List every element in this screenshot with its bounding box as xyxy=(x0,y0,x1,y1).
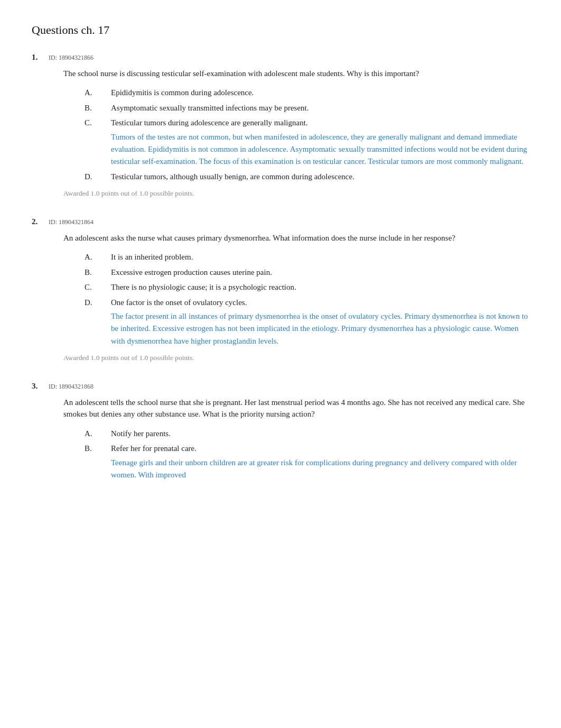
option-row-2-4: D.One factor is the onset of ovulatory c… xyxy=(85,297,529,347)
question-id-3: ID: 18904321868 xyxy=(49,382,94,391)
question-text-3: An adolescent tells the school nurse tha… xyxy=(63,397,529,420)
question-text-2: An adolescent asks the nurse what causes… xyxy=(63,232,529,244)
option-text-wrap-2-3: There is no physiologic cause; it is a p… xyxy=(111,281,296,293)
option-row-1-4: D.Testicular tumors, although usually be… xyxy=(85,171,529,183)
question-id-2: ID: 18904321864 xyxy=(49,217,94,227)
option-letter-1-2: B. xyxy=(85,102,111,114)
option-row-2-3: C.There is no physiologic cause; it is a… xyxy=(85,281,529,293)
option-row-3-2: B.Refer her for prenatal care.Teenage gi… xyxy=(85,443,529,481)
option-letter-1-1: A. xyxy=(85,87,111,99)
option-letter-1-3: C. xyxy=(85,117,111,129)
explanation-text-3-2: Teenage girls and their unborn children … xyxy=(111,457,529,482)
option-text-2-1: It is an inherited problem. xyxy=(111,253,193,261)
option-text-wrap-1-4: Testicular tumors, although usually beni… xyxy=(111,171,354,183)
question-block-1: 1.ID: 18904321866The school nurse is dis… xyxy=(32,51,529,199)
option-text-2-3: There is no physiologic cause; it is a p… xyxy=(111,283,296,291)
options-table-1: A.Epididymitis is common during adolesce… xyxy=(85,87,529,183)
awarded-text-1: Awarded 1.0 points out of 1.0 possible p… xyxy=(63,188,529,199)
option-letter-3-1: A. xyxy=(85,428,111,440)
option-text-wrap-1-1: Epididymitis is common during adolescenc… xyxy=(111,87,254,99)
question-block-3: 3.ID: 18904321868An adolescent tells the… xyxy=(32,380,529,481)
option-letter-2-4: D. xyxy=(85,297,111,309)
option-text-3-2: Refer her for prenatal care. xyxy=(111,444,197,453)
option-letter-2-3: C. xyxy=(85,281,111,293)
explanation-text-2-4: The factor present in all instances of p… xyxy=(111,310,529,347)
option-text-wrap-2-1: It is an inherited problem. xyxy=(111,251,193,263)
option-text-wrap-3-2: Refer her for prenatal care.Teenage girl… xyxy=(111,443,529,481)
question-number-row-3: 3.ID: 18904321868 xyxy=(32,380,529,392)
explanation-text-1-3: Tumors of the testes are not common, but… xyxy=(111,131,529,168)
option-text-1-1: Epididymitis is common during adolescenc… xyxy=(111,88,254,97)
option-text-wrap-2-2: Excessive estrogen production causes ute… xyxy=(111,266,272,279)
option-row-1-1: A.Epididymitis is common during adolesce… xyxy=(85,87,529,99)
option-row-1-2: B.Asymptomatic sexually transmitted infe… xyxy=(85,102,529,114)
option-letter-3-2: B. xyxy=(85,443,111,455)
option-row-2-1: A.It is an inherited problem. xyxy=(85,251,529,263)
option-row-2-2: B.Excessive estrogen production causes u… xyxy=(85,266,529,279)
question-block-2: 2.ID: 18904321864An adolescent asks the … xyxy=(32,216,529,363)
options-table-3: A.Notify her parents.B.Refer her for pre… xyxy=(85,428,529,482)
option-text-3-1: Notify her parents. xyxy=(111,429,171,438)
question-id-1: ID: 18904321866 xyxy=(49,53,94,62)
option-letter-1-4: D. xyxy=(85,171,111,183)
option-text-wrap-3-1: Notify her parents. xyxy=(111,428,171,440)
awarded-text-2: Awarded 1.0 points out of 1.0 possible p… xyxy=(63,353,529,363)
options-table-2: A.It is an inherited problem.B.Excessive… xyxy=(85,251,529,347)
question-num-3: 3. xyxy=(32,380,48,392)
option-text-1-4: Testicular tumors, although usually beni… xyxy=(111,172,354,181)
option-row-3-1: A.Notify her parents. xyxy=(85,428,529,440)
page-title: Questions ch. 17 xyxy=(32,21,529,39)
option-text-2-4: One factor is the onset of ovulatory cyc… xyxy=(111,298,247,307)
question-number-row-1: 1.ID: 18904321866 xyxy=(32,51,529,63)
option-text-1-2: Asymptomatic sexually transmitted infect… xyxy=(111,104,309,112)
question-num-2: 2. xyxy=(32,216,48,228)
option-text-wrap-1-3: Testicular tumors during adolescence are… xyxy=(111,117,529,168)
option-text-wrap-2-4: One factor is the onset of ovulatory cyc… xyxy=(111,297,529,347)
option-letter-2-2: B. xyxy=(85,266,111,279)
option-text-wrap-1-2: Asymptomatic sexually transmitted infect… xyxy=(111,102,309,114)
question-num-1: 1. xyxy=(32,51,48,63)
option-letter-2-1: A. xyxy=(85,251,111,263)
option-text-1-3: Testicular tumors during adolescence are… xyxy=(111,118,308,127)
question-text-1: The school nurse is discussing testicula… xyxy=(63,68,529,80)
option-row-1-3: C.Testicular tumors during adolescence a… xyxy=(85,117,529,168)
question-number-row-2: 2.ID: 18904321864 xyxy=(32,216,529,228)
option-text-2-2: Excessive estrogen production causes ute… xyxy=(111,268,272,277)
